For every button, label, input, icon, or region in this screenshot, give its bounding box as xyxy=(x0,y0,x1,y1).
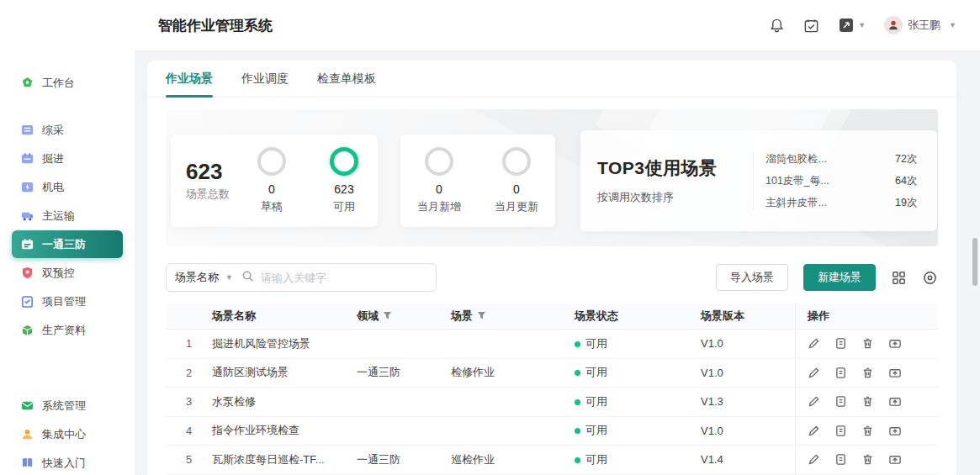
calendar-icon[interactable] xyxy=(803,18,819,34)
ring-available xyxy=(330,147,358,176)
export-icon[interactable] xyxy=(888,337,902,350)
card-view-icon[interactable] xyxy=(891,270,907,286)
filter-icon[interactable] xyxy=(477,310,486,323)
filter-field-select[interactable]: 场景名称 xyxy=(175,270,219,285)
copy-icon[interactable] xyxy=(834,453,847,466)
chevron-down-icon: ▼ xyxy=(225,273,233,282)
stat-available: 623 可用 xyxy=(314,147,374,214)
ring-month-new xyxy=(425,147,453,176)
sidebar-item-label: 集成中心 xyxy=(42,427,86,442)
user-name: 张王鹏 xyxy=(908,18,940,33)
sidebar-item-workbench[interactable]: 工作台 xyxy=(12,69,123,97)
top3-item[interactable]: 溜筒包胶检... 72次 xyxy=(754,152,920,166)
table-row[interactable]: 5 瓦斯浓度每日巡检-TF... 一通三防 巡检作业 可用 V1.4 xyxy=(166,446,938,475)
export-icon[interactable] xyxy=(888,425,902,437)
sidebar-item-label: 生产资料 xyxy=(42,323,86,338)
top3-subtitle: 按调用次数排序 xyxy=(597,190,753,205)
top3-item[interactable]: 主斜井皮带... 19次 xyxy=(754,196,920,210)
status-badge: 可用 xyxy=(575,336,701,351)
chevron-down-icon: ▼ xyxy=(949,21,956,29)
sidebar-item-label: 快速入门 xyxy=(42,456,86,471)
top3-panel: TOP3使用场景 按调用次数排序 溜筒包胶检... 72次 101皮带_每...… xyxy=(580,130,937,231)
sidebar-item-materials[interactable]: 生产资料 xyxy=(12,316,123,344)
ventilation-icon xyxy=(20,238,34,251)
delete-icon[interactable] xyxy=(861,425,874,437)
copy-icon[interactable] xyxy=(834,367,847,379)
table-row[interactable]: 1 掘进机风险管控场景 可用 V1.0 xyxy=(166,330,938,359)
tab-checklist-templates[interactable]: 检查单模板 xyxy=(317,61,376,98)
sidebar-item-project[interactable]: 项目管理 xyxy=(12,288,123,315)
copy-icon[interactable] xyxy=(834,425,847,437)
sidebar-item-mining[interactable]: 综采 xyxy=(12,116,123,144)
tab-job-scheduling[interactable]: 作业调度 xyxy=(241,61,289,98)
top3-list: 溜筒包胶检... 72次 101皮带_每... 64次 主斜井皮带... 19次 xyxy=(753,152,920,210)
delete-icon[interactable] xyxy=(861,453,874,466)
status-badge: 可用 xyxy=(575,452,701,467)
sidebar-item-transport[interactable]: 主运输 xyxy=(12,202,123,230)
sidebar: 工作台 综采 掘进 机电 xyxy=(0,0,135,475)
search-box: 场景名称 ▼ xyxy=(166,263,437,292)
page-title: 智能作业管理系统 xyxy=(158,16,273,35)
edit-icon[interactable] xyxy=(808,367,820,379)
table-row[interactable]: 2 通防区测试场景 一通三防 检修作业 可用 V1.0 xyxy=(166,359,938,388)
edit-icon[interactable] xyxy=(808,395,820,408)
page-scrollbar[interactable] xyxy=(972,238,977,286)
sidebar-item-label: 一通三防 xyxy=(42,237,86,252)
sidebar-item-label: 项目管理 xyxy=(42,294,86,309)
tunneling-icon xyxy=(20,152,34,166)
delete-icon[interactable] xyxy=(861,395,874,408)
create-scene-button[interactable]: 新建场景 xyxy=(803,264,876,291)
sidebar-item-system[interactable]: 系统管理 xyxy=(12,392,123,420)
sidebar-item-label: 双预控 xyxy=(42,266,75,281)
sidebar-item-electromech[interactable]: 机电 xyxy=(12,173,123,201)
search-input[interactable] xyxy=(261,272,427,284)
project-icon xyxy=(20,295,34,309)
export-icon[interactable] xyxy=(888,453,902,466)
col-version: 场景版本 xyxy=(701,309,795,324)
top3-item[interactable]: 101皮带_每... 64次 xyxy=(754,174,920,188)
user-avatar xyxy=(884,16,903,34)
table-row[interactable]: 4 指令作业环境检查 可用 V1.0 xyxy=(166,417,938,446)
settings-icon[interactable] xyxy=(922,270,938,286)
sidebar-item-quickstart[interactable]: 快速入门 xyxy=(12,449,123,475)
export-icon[interactable] xyxy=(888,367,902,379)
status-badge: 可用 xyxy=(575,394,701,409)
col-domain: 领域 xyxy=(357,309,451,324)
table-row[interactable]: 3 水泵检修 可用 V1.3 xyxy=(166,388,938,417)
tab-job-scenes[interactable]: 作业场景 xyxy=(166,61,213,98)
copy-icon[interactable] xyxy=(834,337,847,350)
app-window-icon[interactable]: ▼ xyxy=(838,17,866,34)
search-icon xyxy=(241,270,254,286)
chevron-down-icon: ▼ xyxy=(858,21,866,29)
copy-icon[interactable] xyxy=(834,395,847,408)
ring-draft xyxy=(257,147,286,176)
edit-icon[interactable] xyxy=(808,425,820,437)
filter-icon[interactable] xyxy=(383,310,392,323)
delete-icon[interactable] xyxy=(861,337,874,350)
table-header-row: 场景名称 领域 场景 场景状态 场景版本 操作 xyxy=(166,303,938,330)
delete-icon[interactable] xyxy=(861,367,874,379)
sidebar-item-label: 机电 xyxy=(42,180,64,195)
cell-scene-name: 瓦斯浓度每日巡检-TF... xyxy=(212,452,357,467)
main-content: 作业场景 作业调度 检查单模板 623 场景总数 0 草稿 623 xyxy=(147,61,956,475)
export-icon[interactable] xyxy=(888,395,902,408)
sidebar-item-integration[interactable]: 集成中心 xyxy=(12,420,123,448)
sidebar-item-ventilation[interactable]: 一通三防 xyxy=(12,230,123,258)
total-label: 场景总数 xyxy=(186,187,230,202)
header: 智能作业管理系统 ▼ 张王鹏 ▼ xyxy=(135,0,980,51)
edit-icon[interactable] xyxy=(808,337,820,350)
sidebar-item-dual-control[interactable]: 双预控 xyxy=(12,259,123,287)
bell-icon[interactable] xyxy=(769,18,785,34)
status-badge: 可用 xyxy=(575,423,701,438)
sidebar-item-label: 主运输 xyxy=(42,208,75,224)
col-actions: 操作 xyxy=(795,303,938,329)
import-scene-button[interactable]: 导入场景 xyxy=(716,264,788,291)
tab-bar: 作业场景 作业调度 检查单模板 xyxy=(147,61,956,98)
status-dot xyxy=(575,457,580,463)
quickstart-icon xyxy=(20,457,34,470)
edit-icon[interactable] xyxy=(808,453,820,466)
total-value: 623 xyxy=(186,160,230,185)
user-menu[interactable]: 张王鹏 ▼ xyxy=(884,16,956,34)
sidebar-item-tunneling[interactable]: 掘进 xyxy=(12,145,123,172)
status-dot xyxy=(575,370,580,376)
